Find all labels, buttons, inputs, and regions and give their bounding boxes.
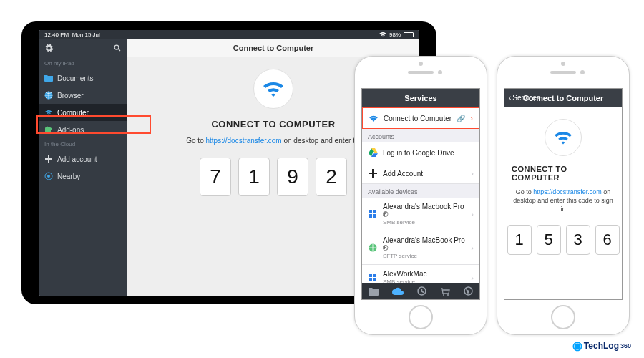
connect-to-computer-row[interactable]: Connect to Computer 🔗 › [362,107,479,129]
watermark: ◉ TechLog360 [572,339,631,352]
tab-bar [362,283,479,299]
svg-rect-10 [373,214,376,218]
services-list: Connect to Computer 🔗 › Accounts Log in … [362,107,479,283]
sidebar-item-label: Computer [57,109,89,117]
docstransfer-link[interactable]: https://docstransfer.com [533,188,602,195]
connect-instruction: Go to https://docstransfer.com on deskto… [186,137,361,145]
svg-rect-12 [369,274,372,277]
code-digit: 6 [595,225,620,255]
connect-heading: CONNECT TO COMPUTER [512,165,615,182]
battery-pct: 98% [389,32,401,38]
nav-title: Services [362,89,479,107]
connect-heading: CONNECT TO COMPUTER [211,119,335,130]
code-digit: 1 [238,158,270,196]
section-accounts: Accounts [362,129,479,142]
device-row[interactable]: AlexWorkMacSMB service › [362,265,479,283]
folder-icon [44,74,53,82]
globe-icon [44,91,53,100]
windows-icon [368,273,378,283]
sidebar-section-on-ipad: On my iPad [39,57,127,69]
back-button[interactable]: ‹ Services [509,94,540,102]
sidebar-item-documents[interactable]: Documents [39,69,127,87]
plus-icon [44,155,53,163]
google-drive-icon [368,147,378,158]
row-label: Add Account [383,170,466,178]
windows-icon [368,209,378,219]
tab-documents[interactable] [369,287,379,296]
code-digit: 2 [316,158,347,196]
ipad-status-bar: 12:40 PM Mon 15 Jul 98% [39,30,419,39]
tab-recent[interactable] [417,286,426,296]
puzzle-icon [44,125,53,134]
chevron-right-icon: › [471,169,474,178]
svg-point-20 [443,294,444,296]
nav-bar: ‹ Services Connect to Computer [504,89,622,107]
link-icon: 🔗 [457,115,465,122]
row-label: Connect to Computer [384,115,452,122]
chevron-right-icon: › [471,274,474,282]
svg-point-3 [50,128,52,130]
code-row: 7 1 9 2 [200,158,347,196]
chevron-right-icon: › [470,114,473,122]
svg-rect-7 [369,210,372,213]
sidebar-item-add-account[interactable]: Add account [39,150,127,168]
sidebar-item-label: Documents [57,74,94,82]
gear-icon[interactable] [44,44,54,53]
device-row[interactable]: Alexandra's MacBook Pro ®SFTP service › [362,231,479,265]
wifi-icon [379,32,386,38]
wifi-icon [253,69,293,109]
svg-rect-14 [369,278,372,281]
chevron-right-icon: › [471,243,474,252]
sidebar-item-browser[interactable]: Browser [39,87,127,104]
sidebar-item-label: Browser [57,92,84,100]
iphone-connect: ‹ Services Connect to Computer CONNECT T… [497,56,630,335]
connect-panel: CONNECT TO COMPUTER Go to https://docstr… [504,107,622,299]
sidebar-item-label: Nearby [57,173,80,180]
add-account-row[interactable]: Add Account › [362,163,479,184]
code-digit: 3 [566,225,590,255]
code-digit: 7 [200,158,231,196]
sidebar-item-nearby[interactable]: Nearby [39,168,127,185]
section-devices: Available devices [362,184,479,198]
svg-point-5 [47,175,50,178]
row-label: Alexandra's Macbook Pro ®SMB service [383,203,466,226]
sidebar-section-cloud: In the Cloud [39,138,127,150]
sidebar-item-label: Add account [57,155,97,163]
svg-rect-13 [373,274,376,277]
search-icon[interactable] [113,44,122,53]
code-row: 1 5 3 6 [507,225,620,255]
logo-icon: ◉ [572,339,582,352]
sidebar-item-addons[interactable]: Add-ons [39,121,127,138]
sidebar-item-label: Add-ons [57,126,84,134]
globe-icon [368,243,378,253]
nearby-icon [44,172,53,180]
tab-browser[interactable] [464,286,473,296]
battery-icon [404,32,414,37]
ipad-sidebar: On my iPad Documents Browser Computer Ad… [39,39,127,296]
wifi-icon [44,108,53,117]
tab-store[interactable] [440,287,450,296]
svg-rect-9 [369,214,372,218]
svg-point-21 [447,294,449,296]
plus-icon [368,168,378,178]
sidebar-item-computer[interactable]: Computer [39,104,127,121]
connect-instruction: Go to https://docstransfer.com on deskto… [512,188,615,213]
home-button[interactable] [551,305,575,329]
tab-cloud[interactable] [392,287,404,295]
iphone-services: Services Connect to Computer 🔗 › Account… [354,56,487,335]
code-digit: 1 [507,225,532,255]
docstransfer-link[interactable]: https://docstransfer.com [206,137,282,145]
svg-rect-8 [373,210,376,213]
page-title: Connect to Computer [127,39,419,57]
wifi-icon [369,113,379,123]
status-time: 12:40 PM Mon 15 Jul [44,32,100,38]
svg-point-0 [114,45,119,49]
code-digit: 5 [537,225,561,255]
wifi-icon [545,119,582,156]
home-button[interactable] [409,305,433,329]
google-drive-row[interactable]: Log in to Google Drive [362,142,479,163]
device-row[interactable]: Alexandra's Macbook Pro ®SMB service › [362,198,479,231]
svg-point-4 [47,127,49,129]
svg-rect-15 [373,278,376,281]
row-label: AlexWorkMacSMB service [383,270,466,283]
